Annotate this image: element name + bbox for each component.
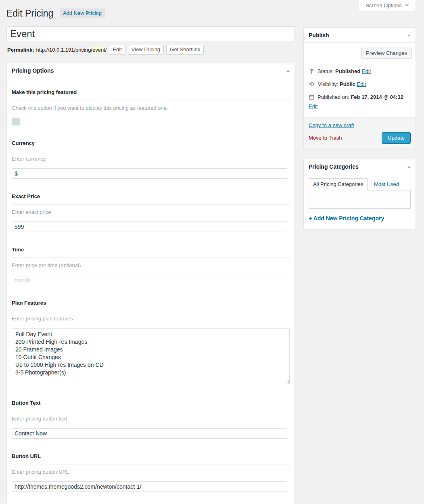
editor-column: Permalink: http://10.0.1.191/pricing/eve… [6, 26, 295, 504]
permalink-url-prefix: http://10.0.1.191/pricing/ [36, 47, 92, 53]
visibility-edit-link[interactable]: Edit [357, 81, 366, 87]
collapse-up-icon[interactable] [407, 166, 411, 168]
preview-changes-button[interactable]: Preview Changes [361, 48, 411, 59]
update-button[interactable]: Update [382, 132, 411, 144]
pricing-categories-metabox: Pricing Categories All Pricing Categorie… [303, 159, 416, 229]
currency-input[interactable] [12, 168, 287, 179]
published-on-label: Published on: [317, 94, 349, 100]
pricing-categories-header: Pricing Categories [304, 159, 416, 174]
permalink-label: Permalink: [7, 47, 34, 53]
button-url-field: Button URL Enter pricing button URL [12, 453, 290, 492]
tab-most-used[interactable]: Most Used [369, 179, 404, 190]
button-url-description: Enter pricing button URL [12, 469, 290, 475]
major-publishing-actions: Copy to a new draft Move to Trash Update [304, 117, 416, 148]
featured-checkbox[interactable] [12, 118, 20, 125]
publish-header: Publish [304, 28, 416, 43]
category-tabs: All Pricing Categories Most Used [309, 178, 411, 190]
move-to-trash-link[interactable]: Move to Trash [309, 132, 342, 144]
published-on-row: Published on: Feb 17, 2014 @ 04:32 Edit [309, 93, 411, 111]
permalink-slug: event [92, 47, 105, 53]
button-text-heading: Button Text [12, 400, 290, 411]
status-value: Published [335, 68, 360, 74]
plan-features-heading: Plan Features [12, 300, 290, 311]
status-row: Status: Published Edit [309, 67, 411, 77]
category-checklist-panel [309, 190, 411, 209]
collapse-up-icon[interactable] [407, 34, 411, 36]
featured-description: Check this option if you want to display… [12, 105, 290, 111]
visibility-label: Visibility: [318, 81, 338, 87]
eye-icon [309, 81, 315, 90]
publish-metabox: Publish Preview Changes Status: Publishe… [303, 27, 416, 149]
collapse-up-icon[interactable] [286, 70, 290, 72]
currency-heading: Currency [12, 140, 290, 151]
button-text-field: Button Text Enter pricing button text [12, 400, 290, 439]
featured-field: Make this pricing featured Check this op… [12, 89, 290, 125]
exact-price-input[interactable] [12, 222, 287, 232]
view-pricing-button[interactable]: View Pricing [128, 45, 164, 54]
status-label: Status: [317, 68, 334, 74]
page-title: Edit Pricing [6, 8, 53, 19]
button-url-heading: Button URL [12, 453, 290, 464]
time-field: Time Enter price per time (optional) [12, 247, 290, 285]
pricing-options-metabox: Pricing Options Make this pricing featur… [6, 63, 295, 504]
calendar-icon [309, 94, 315, 102]
currency-description: Enter currency [12, 156, 290, 162]
time-description: Enter price per time (optional) [12, 262, 290, 268]
permalink-url-suffix: / [105, 47, 107, 53]
pricing-options-header: Pricing Options [7, 63, 295, 78]
pin-icon [309, 68, 315, 77]
add-new-pricing-button[interactable]: Add New Pricing [60, 8, 105, 18]
publish-title: Publish [309, 32, 329, 38]
pricing-categories-title: Pricing Categories [309, 164, 359, 169]
pricing-categories-body: All Pricing Categories Most Used + Add N… [304, 174, 416, 229]
exact-price-heading: Exact Price [12, 193, 290, 205]
exact-price-field: Exact Price Enter exact price [12, 193, 290, 232]
pricing-options-body: Make this pricing featured Check this op… [7, 89, 295, 504]
currency-field: Currency Enter currency [12, 140, 290, 179]
minor-publishing-actions: Preview Changes [304, 43, 416, 64]
time-input[interactable] [12, 275, 287, 285]
permalink: Permalink: http://10.0.1.191/pricing/eve… [7, 45, 295, 54]
visibility-row: Visibility: Public Edit [309, 80, 411, 90]
post-title-input[interactable] [6, 26, 295, 41]
button-text-input[interactable] [12, 428, 287, 439]
plan-features-textarea[interactable]: Full Day Event 200 Printed High-res Imag… [12, 328, 290, 384]
visibility-value: Public [340, 81, 355, 87]
featured-heading: Make this pricing featured [12, 89, 290, 100]
published-on-value: Feb 17, 2014 @ 04:32 [351, 94, 403, 100]
title-section [6, 26, 295, 41]
exact-price-description: Enter exact price [12, 209, 290, 215]
status-edit-link[interactable]: Edit [362, 68, 371, 74]
misc-publishing-actions: Status: Published Edit Visibility: Publi… [304, 67, 416, 117]
button-url-input[interactable] [12, 481, 287, 492]
edit-pricing-page: Edit Pricing Add New Pricing Permalink: … [0, 0, 424, 504]
plan-features-field: Plan Features Enter pricing plan feature… [12, 300, 290, 385]
published-on-edit-link[interactable]: Edit [309, 103, 317, 109]
sidebar-column: Publish Preview Changes Status: Publishe… [303, 27, 416, 239]
permalink-edit-button[interactable]: Edit [109, 45, 125, 54]
add-new-pricing-category-link[interactable]: + Add New Pricing Category [309, 215, 384, 222]
time-heading: Time [12, 247, 290, 258]
tab-all-pricing-categories[interactable]: All Pricing Categories [309, 178, 368, 190]
page-header: Edit Pricing Add New Pricing [6, 8, 416, 20]
copy-to-new-draft-link[interactable]: Copy to a new draft [309, 122, 354, 128]
button-text-description: Enter pricing button text [12, 416, 290, 422]
get-shortlink-button[interactable]: Get Shortlink [166, 45, 204, 54]
plan-features-description: Enter pricing plan features. [12, 316, 290, 322]
pricing-options-title: Pricing Options [12, 68, 54, 73]
